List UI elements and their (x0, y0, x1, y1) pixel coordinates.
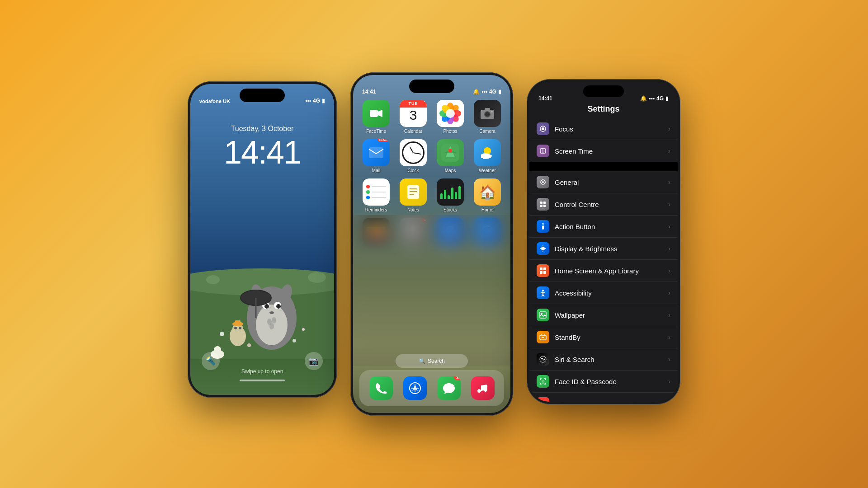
display-chevron: › (668, 245, 670, 252)
settings-item-general[interactable]: General › (529, 171, 678, 193)
reminders-icon (363, 178, 390, 206)
svg-point-21 (234, 327, 237, 329)
screentime-label: Screen Time (555, 147, 663, 155)
app-notes[interactable]: Notes (396, 178, 430, 212)
weather-icon (474, 139, 501, 166)
home-blur-area (353, 215, 510, 366)
stocks-chart (440, 185, 461, 199)
svg-rect-88 (543, 271, 546, 274)
calendar-label: Calendar (404, 129, 423, 134)
search-icon: 🔍 (419, 358, 425, 364)
settings-item-screentime[interactable]: Screen Time › (529, 140, 678, 162)
dock-safari[interactable] (403, 376, 427, 400)
network-settings: 4G (656, 95, 664, 102)
accessibility-chevron: › (668, 289, 670, 296)
settings-item-standby[interactable]: StandBy › (529, 326, 678, 348)
settings-item-faceid[interactable]: Face ID & Passcode › (529, 371, 678, 393)
app-calendar[interactable]: TUE 3 2 Calendar (396, 100, 430, 134)
camera-label: Camera (479, 129, 495, 134)
settings-item-sos[interactable]: SOS Emergency SOS › (529, 393, 678, 402)
lock-screen-bg: vodafone UK ▪▪▪ 4G ▮ Tuesday, 3 October … (190, 84, 334, 395)
swipe-line (240, 380, 285, 381)
standby-label: StandBy (555, 333, 663, 341)
battery-settings: ▮ (665, 95, 669, 102)
focus-icon (537, 122, 549, 135)
signal-bars: ▪▪▪ (481, 89, 487, 95)
faceid-chevron: › (668, 378, 670, 385)
display-icon (537, 242, 549, 255)
weather-label: Weather (479, 168, 496, 173)
phone-dock-icon (369, 376, 393, 400)
settings-item-control[interactable]: Control Centre › (529, 193, 678, 216)
action-chevron: › (668, 223, 670, 230)
wallpaper-icon (537, 309, 549, 321)
svg-rect-46 (485, 108, 490, 111)
calendar-icon: TUE 3 2 (400, 100, 427, 127)
settings-sep-1 (529, 162, 678, 171)
settings-item-accessibility[interactable]: Accessibility › (529, 282, 678, 304)
svg-line-93 (543, 295, 544, 296)
settings-section-1: Focus › Screen Time › (529, 118, 678, 162)
svg-rect-77 (543, 205, 546, 207)
settings-item-siri[interactable]: Siri & Search › (529, 348, 678, 371)
app-photos[interactable]: Photos (434, 100, 467, 134)
settings-item-homescreen[interactable]: Home Screen & App Library › (529, 260, 678, 282)
photos-icon (437, 100, 464, 127)
settings-screen-display: 14:41 🔔 ▪▪▪ 4G ▮ Settings (529, 82, 678, 402)
app-reminders[interactable]: Reminders (359, 178, 393, 212)
settings-title: Settings (529, 104, 678, 114)
svg-point-89 (542, 290, 544, 291)
svg-rect-31 (370, 110, 378, 117)
svg-rect-76 (540, 205, 542, 207)
svg-point-15 (269, 323, 274, 329)
app-clock[interactable]: Clock (396, 139, 430, 173)
svg-point-22 (239, 327, 241, 329)
lock-screen-display: vodafone UK ▪▪▪ 4G ▮ Tuesday, 3 October … (190, 84, 334, 395)
dock-messages[interactable]: 38 (437, 376, 461, 400)
home-icon: 🏠 (474, 178, 501, 206)
battery-bar: ▮ (498, 89, 501, 95)
bell-icon: 🔔 (473, 89, 480, 95)
app-facetime[interactable]: FaceTime (359, 100, 393, 134)
focus-chevron: › (668, 125, 670, 132)
mail-badge: 103,277 (377, 139, 390, 141)
general-label: General (555, 178, 663, 186)
app-camera[interactable]: Camera (471, 100, 504, 134)
notes-icon (400, 178, 427, 206)
camera-shortcut[interactable]: 📷 (305, 352, 323, 370)
accessibility-label: Accessibility (555, 289, 663, 297)
dock-music[interactable] (471, 376, 495, 400)
app-stocks[interactable]: Stocks (434, 178, 467, 212)
settings-item-display[interactable]: Display & Brightness › (529, 238, 678, 260)
faceid-icon (537, 375, 549, 388)
torch-shortcut[interactable]: 🔦 (202, 352, 220, 370)
photos-label: Photos (443, 129, 457, 134)
svg-point-27 (220, 332, 224, 336)
svg-point-14 (272, 317, 276, 324)
svg-rect-24 (235, 320, 241, 325)
home-screen-display: 14:41 🔔 ▪▪▪ 4G ▮ FaceTime (353, 75, 510, 413)
app-home[interactable]: 🏠 Home (471, 178, 504, 212)
siri-icon (537, 353, 549, 366)
network-4g: 4G (489, 89, 496, 95)
app-mail[interactable]: 103,277 Mail (359, 139, 393, 173)
clock-minute-hand (413, 152, 421, 155)
action-label: Action Button (555, 223, 663, 230)
general-icon (537, 176, 549, 188)
sos-chevron: › (668, 400, 670, 402)
app-maps[interactable]: Maps (434, 139, 467, 173)
accessibility-icon (537, 286, 549, 299)
standby-chevron: › (668, 333, 670, 341)
settings-item-action[interactable]: Action Button › (529, 216, 678, 238)
reminders-label: Reminders (365, 207, 387, 212)
dock-phone[interactable] (369, 376, 393, 400)
search-bar[interactable]: 🔍 Search (396, 354, 468, 368)
svg-rect-87 (540, 271, 542, 274)
stocks-label: Stocks (443, 207, 457, 212)
settings-item-wallpaper[interactable]: Wallpaper › (529, 304, 678, 326)
facetime-icon (363, 100, 390, 127)
app-weather[interactable]: Weather (471, 139, 504, 173)
mail-label: Mail (372, 168, 380, 173)
svg-marker-32 (378, 110, 382, 117)
settings-item-focus[interactable]: Focus › (529, 118, 678, 140)
